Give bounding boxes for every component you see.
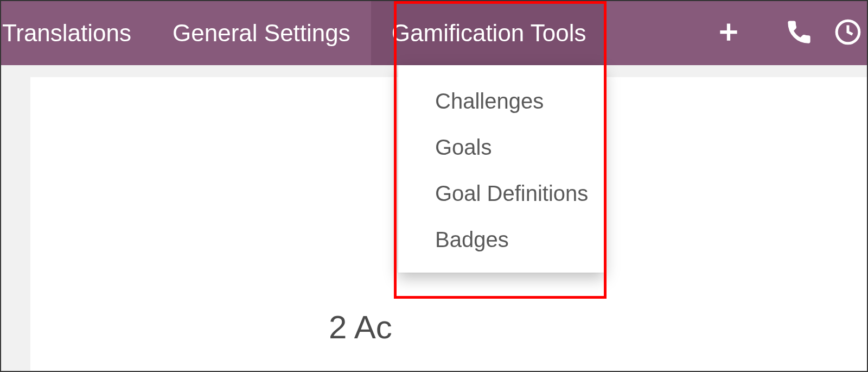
top-menu-group: Translations General Settings Gamificati… (1, 1, 693, 65)
top-menu-bar: Translations General Settings Gamificati… (1, 1, 867, 66)
stat-text: 2 Ac (329, 308, 392, 346)
dropdown-item-goals[interactable]: Goals (398, 124, 604, 171)
clock-icon (834, 18, 861, 48)
menu-translations[interactable]: Translations (1, 1, 152, 65)
phone-icon (786, 18, 813, 48)
gamification-tools-dropdown: Challenges Goals Goal Definitions Badges (398, 65, 604, 273)
phone-button[interactable] (764, 1, 834, 65)
new-button[interactable] (693, 1, 764, 65)
app-frame: Translations General Settings Gamificati… (0, 0, 868, 372)
plus-icon (715, 18, 742, 48)
menu-translations-label: Translations (2, 20, 131, 47)
activity-button[interactable] (834, 1, 867, 65)
dropdown-item-goal-definitions[interactable]: Goal Definitions (398, 171, 604, 217)
menu-gamification-tools-label: Gamification Tools (392, 20, 586, 47)
menu-gamification-tools[interactable]: Gamification Tools (371, 1, 607, 65)
dropdown-item-challenges[interactable]: Challenges (398, 78, 604, 124)
dropdown-item-badges[interactable]: Badges (398, 217, 604, 263)
menu-general-settings-label: General Settings (173, 20, 350, 47)
menu-general-settings[interactable]: General Settings (152, 1, 371, 65)
